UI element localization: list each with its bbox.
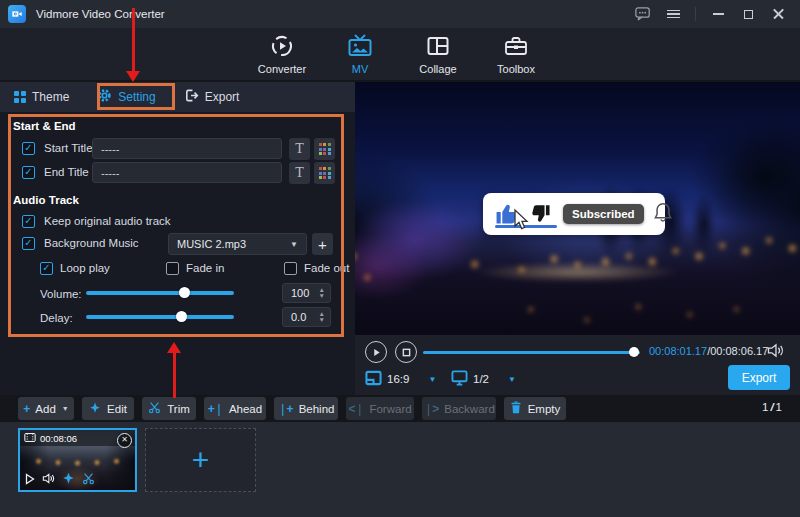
stepper-arrows-icon[interactable]: ▲▼	[319, 311, 330, 323]
player-controls: 00:08:01.17/00:08:06.17 16:9 ▼ 1/2 ▼ Exp…	[355, 335, 800, 395]
edit-star-icon[interactable]	[62, 472, 75, 487]
end-title-color-button[interactable]	[314, 162, 335, 184]
close-button[interactable]	[770, 6, 786, 22]
background-music-select[interactable]: MUSIC 2.mp3 ▼	[168, 233, 307, 255]
play-outline-icon[interactable]	[25, 473, 35, 487]
tab-setting[interactable]: Setting	[83, 82, 169, 112]
titlebar-divider	[695, 7, 696, 21]
trim-scissors-icon[interactable]	[82, 472, 95, 487]
tab-mv[interactable]: MV	[321, 28, 399, 80]
loop-play-checkbox[interactable]: ✓	[40, 262, 53, 275]
speaker-icon[interactable]	[42, 473, 55, 486]
clip-thumbnail[interactable]: 00:08:06 ✕	[18, 428, 137, 492]
text-style-icon: T	[295, 141, 304, 157]
minimize-button[interactable]	[710, 6, 726, 22]
delay-label: Delay:	[40, 312, 73, 324]
start-title-font-button[interactable]: T	[289, 138, 310, 160]
magic-star-icon	[89, 402, 101, 416]
empty-button[interactable]: Empty	[504, 397, 566, 420]
start-title-color-button[interactable]	[314, 138, 335, 160]
titlebar: Vidmore Video Converter	[0, 0, 800, 28]
menu-icon[interactable]	[665, 6, 681, 22]
video-preview: Subscribed	[355, 82, 800, 335]
window-title: Vidmore Video Converter	[36, 8, 165, 20]
seek-bar[interactable]	[423, 346, 640, 358]
end-title-font-button[interactable]: T	[289, 162, 310, 184]
delay-stepper[interactable]: 0.0 ▲▼	[282, 307, 331, 327]
fade-out-checkbox[interactable]: ✓	[284, 262, 297, 275]
toolbox-icon	[503, 34, 529, 60]
panel-tab-label: Export	[205, 90, 240, 104]
add-clip-dropzone[interactable]: +	[145, 428, 256, 492]
button-label: Edit	[107, 403, 127, 415]
forward-button: <❘ Forward	[346, 397, 414, 420]
tab-label: MV	[352, 63, 369, 75]
chevron-down-icon[interactable]: ▼	[428, 375, 436, 384]
app-logo-icon	[8, 5, 26, 23]
mv-icon	[347, 34, 373, 60]
timecode: 00:08:01.17/00:08:06.17	[649, 345, 768, 357]
total-time: 00:08:06.17	[710, 345, 768, 357]
end-title-input[interactable]	[92, 162, 282, 183]
subscribed-button: Subscribed	[563, 204, 644, 224]
insert-ahead-icon: +❘	[208, 402, 223, 416]
tab-label: Converter	[258, 63, 306, 75]
start-title-input[interactable]	[92, 138, 282, 159]
clip-page-indicator: 1/1	[762, 401, 782, 413]
end-title-checkbox[interactable]: ✓	[22, 166, 35, 179]
color-palette-icon	[319, 167, 331, 179]
backward-button: ❘> Backward	[422, 397, 496, 420]
background-music-checkbox[interactable]: ✓	[22, 237, 35, 250]
screen-index-value: 1/2	[473, 373, 489, 385]
add-music-button[interactable]: +	[312, 233, 333, 255]
play-button[interactable]	[365, 341, 387, 363]
delay-slider[interactable]	[86, 310, 234, 322]
panel-tab-label: Setting	[118, 90, 155, 104]
plus-icon: +	[23, 402, 29, 416]
trim-button[interactable]: Trim	[142, 397, 196, 420]
feedback-icon[interactable]	[635, 6, 651, 22]
tab-toolbox[interactable]: Toolbox	[477, 28, 555, 80]
start-title-checkbox[interactable]: ✓	[22, 142, 35, 155]
tab-export[interactable]: Export	[170, 82, 254, 112]
scissors-icon	[148, 401, 161, 416]
start-title-label: Start Title	[44, 142, 93, 154]
aspect-ratio-control[interactable]: 16:9 ▼	[365, 370, 436, 388]
background-music-value: MUSIC 2.mp3	[177, 238, 246, 250]
keep-original-checkbox[interactable]: ✓	[22, 215, 35, 228]
maximize-button[interactable]	[740, 6, 756, 22]
delay-slider-thumb[interactable]	[176, 311, 187, 322]
remove-clip-button[interactable]: ✕	[117, 433, 132, 448]
panel-tab-bar: Theme Setting Export	[0, 82, 355, 112]
chevron-down-icon: ▼	[290, 240, 298, 249]
thumbs-down-icon	[529, 204, 551, 224]
volume-mute-icon[interactable]	[767, 343, 784, 360]
chevron-down-icon[interactable]: ▼	[508, 375, 516, 384]
fade-in-checkbox[interactable]: ✓	[166, 262, 179, 275]
add-button[interactable]: + Add ▼	[18, 397, 74, 420]
app-window: Vidmore Video Converter Converter	[0, 0, 800, 517]
tab-theme[interactable]: Theme	[0, 82, 83, 112]
volume-label: Volume:	[40, 288, 82, 300]
ahead-button[interactable]: +❘ Ahead	[204, 397, 266, 420]
volume-slider-thumb[interactable]	[179, 287, 190, 298]
volume-slider[interactable]	[86, 286, 234, 298]
edit-button[interactable]: Edit	[82, 397, 134, 420]
volume-stepper[interactable]: 100 ▲▼	[282, 283, 331, 303]
button-label: Behind	[299, 403, 335, 415]
stepper-arrows-icon[interactable]: ▲▼	[319, 287, 330, 299]
gear-icon	[97, 88, 112, 106]
seek-thumb[interactable]	[629, 347, 639, 357]
tab-collage[interactable]: Collage	[399, 28, 477, 80]
start-end-heading: Start & End	[13, 120, 76, 132]
export-icon	[184, 88, 199, 106]
tab-converter[interactable]: Converter	[243, 28, 321, 80]
volume-value: 100	[283, 287, 309, 299]
behind-button[interactable]: ❘+ Behind	[274, 397, 338, 420]
main-nav: Converter MV Collage Toolbox	[0, 28, 800, 80]
screen-select-control[interactable]: 1/2 ▼	[451, 370, 516, 388]
mouse-cursor	[510, 208, 530, 234]
export-button[interactable]: Export	[728, 365, 790, 390]
stop-button[interactable]	[395, 341, 417, 363]
current-time: 00:08:01.17	[649, 345, 707, 357]
